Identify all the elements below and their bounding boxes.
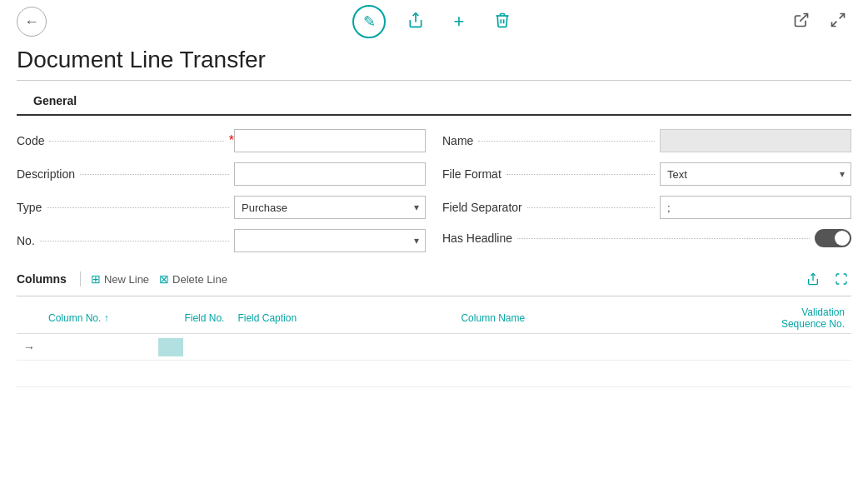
file-format-select-wrapper: Text CSV XML ▾ bbox=[660, 162, 851, 186]
title-divider bbox=[17, 80, 851, 81]
has-headline-dots bbox=[517, 238, 810, 239]
name-label: Name bbox=[442, 134, 473, 147]
form-col-right: Name File Format Text CSV XML ▾ Field Se… bbox=[442, 129, 851, 252]
code-row: Code * bbox=[17, 129, 426, 152]
general-section-title: General bbox=[17, 94, 851, 116]
table-body: → bbox=[17, 334, 851, 387]
th-arrow bbox=[17, 303, 42, 334]
field-separator-label: Field Separator bbox=[442, 201, 522, 214]
description-dots bbox=[80, 174, 229, 175]
back-icon: ← bbox=[24, 13, 39, 31]
description-label: Description bbox=[17, 167, 75, 181]
row-validation-seq[interactable] bbox=[702, 334, 851, 361]
new-line-icon: ⊞ bbox=[91, 272, 101, 286]
form-area: Code * Description Type Purchase Sales T… bbox=[0, 129, 868, 252]
field-separator-row: Field Separator bbox=[442, 196, 851, 219]
delete-icon bbox=[494, 12, 511, 32]
empty-field-caption bbox=[231, 361, 454, 387]
name-dots bbox=[478, 141, 655, 142]
col-expand-button[interactable] bbox=[831, 269, 851, 289]
no-dots bbox=[40, 241, 229, 242]
type-label: Type bbox=[17, 201, 42, 214]
name-row: Name bbox=[442, 129, 851, 152]
page-title: Document Line Transfer bbox=[0, 43, 868, 80]
delete-button[interactable] bbox=[489, 8, 516, 35]
field-separator-input[interactable] bbox=[660, 196, 851, 219]
add-button[interactable]: + bbox=[446, 8, 472, 35]
columns-table: Column No. ↑ Field No. Field Caption Col… bbox=[17, 303, 851, 387]
file-format-select[interactable]: Text CSV XML bbox=[660, 162, 851, 186]
has-headline-toggle[interactable] bbox=[815, 229, 851, 247]
column-no-input[interactable] bbox=[48, 341, 98, 353]
toolbar-center: ✎ + bbox=[352, 5, 516, 38]
row-column-no[interactable] bbox=[42, 334, 152, 361]
th-column-name: Column Name bbox=[454, 303, 702, 334]
empty-validation bbox=[702, 361, 851, 387]
column-name-input[interactable] bbox=[461, 341, 611, 353]
toolbar-right bbox=[788, 8, 851, 35]
type-select-wrapper: Purchase Sales Transfer ▾ bbox=[234, 196, 426, 219]
description-row: Description bbox=[17, 162, 426, 186]
row-arrow-icon: → bbox=[23, 341, 35, 354]
row-field-caption[interactable] bbox=[231, 334, 454, 361]
no-select-wrapper: ▾ bbox=[234, 229, 426, 252]
col-separator bbox=[80, 271, 81, 286]
edit-button[interactable]: ✎ bbox=[352, 5, 386, 38]
table-row: → bbox=[17, 334, 851, 361]
empty-col-no bbox=[42, 361, 152, 387]
description-input[interactable] bbox=[234, 162, 426, 186]
delete-line-button[interactable]: ⊠ Delete Line bbox=[159, 272, 227, 286]
type-row: Type Purchase Sales Transfer ▾ bbox=[17, 196, 426, 219]
has-headline-label: Has Headline bbox=[442, 232, 512, 245]
empty-row-arrow bbox=[17, 361, 42, 387]
has-headline-row: Has Headline bbox=[442, 229, 851, 247]
th-field-no: Field No. bbox=[152, 303, 231, 334]
delete-line-label: Delete Line bbox=[172, 273, 227, 286]
add-icon: + bbox=[454, 11, 465, 32]
field-no-highlighted bbox=[158, 338, 183, 356]
validation-seq-input[interactable] bbox=[761, 341, 845, 353]
no-select[interactable] bbox=[234, 229, 426, 252]
fullscreen-button[interactable] bbox=[825, 8, 851, 35]
col-share-button[interactable] bbox=[803, 269, 823, 289]
empty-column-name bbox=[454, 361, 702, 387]
external-link-button[interactable] bbox=[788, 8, 815, 35]
code-dots bbox=[49, 141, 223, 142]
external-link-icon bbox=[793, 12, 810, 32]
code-label: Code bbox=[17, 134, 44, 147]
fullscreen-icon bbox=[830, 12, 846, 32]
top-bar: ← ✎ + bbox=[0, 0, 868, 43]
share-icon bbox=[407, 12, 424, 32]
delete-line-icon: ⊠ bbox=[159, 272, 169, 286]
th-field-caption: Field Caption bbox=[231, 303, 454, 334]
col-expand-icon bbox=[835, 272, 848, 286]
code-input[interactable] bbox=[234, 129, 426, 152]
field-caption-input[interactable] bbox=[237, 341, 371, 353]
svg-line-2 bbox=[840, 13, 845, 18]
toggle-knob bbox=[835, 231, 850, 246]
table-row-empty bbox=[17, 361, 851, 387]
new-line-button[interactable]: ⊞ New Line bbox=[91, 272, 149, 286]
file-format-label: File Format bbox=[442, 167, 501, 181]
th-column-no: Column No. ↑ bbox=[42, 303, 152, 334]
empty-field-no bbox=[152, 361, 231, 387]
no-row: No. ▾ bbox=[17, 229, 426, 252]
type-dots bbox=[47, 207, 229, 208]
columns-header: Columns ⊞ New Line ⊠ Delete Line bbox=[17, 269, 851, 296]
row-column-name[interactable] bbox=[454, 334, 702, 361]
row-field-no-cell[interactable] bbox=[152, 334, 231, 361]
share-button[interactable] bbox=[402, 8, 429, 35]
columns-section: Columns ⊞ New Line ⊠ Delete Line bbox=[17, 269, 851, 387]
file-format-row: File Format Text CSV XML ▾ bbox=[442, 162, 851, 186]
table-header: Column No. ↑ Field No. Field Caption Col… bbox=[17, 303, 851, 334]
back-button[interactable]: ← bbox=[17, 7, 47, 37]
svg-line-1 bbox=[800, 13, 807, 21]
columns-title: Columns bbox=[17, 272, 67, 286]
name-input-disabled bbox=[660, 129, 851, 152]
col-header-right bbox=[803, 269, 851, 289]
row-arrow-cell: → bbox=[17, 334, 42, 361]
new-line-label: New Line bbox=[104, 273, 149, 286]
form-col-left: Code * Description Type Purchase Sales T… bbox=[17, 129, 426, 252]
edit-icon: ✎ bbox=[363, 12, 376, 31]
type-select[interactable]: Purchase Sales Transfer bbox=[234, 196, 426, 219]
